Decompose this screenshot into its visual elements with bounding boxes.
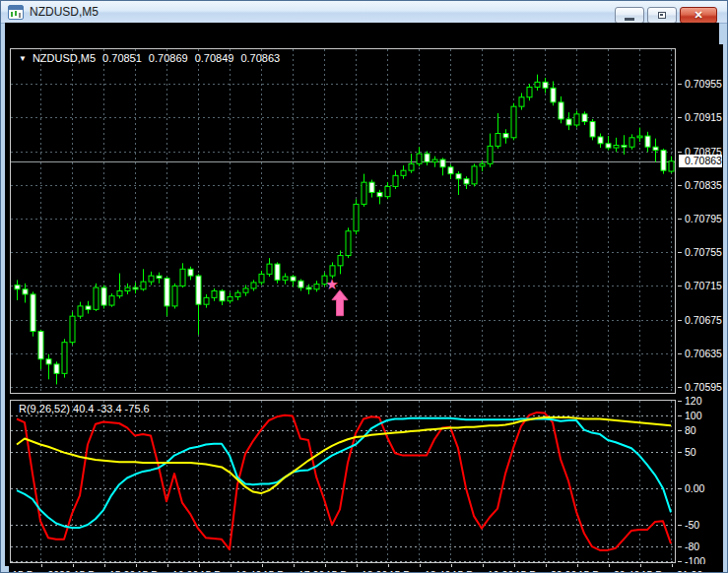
- candle-body: [165, 279, 169, 306]
- oscillator-axis-label: 120: [685, 395, 702, 407]
- time-axis-tick: [73, 564, 74, 567]
- candle-body: [109, 296, 114, 305]
- axis-tick: [678, 320, 682, 321]
- oscillator-line-medium: [17, 418, 671, 528]
- candle-body: [180, 269, 185, 286]
- time-axis-tick: [294, 564, 295, 567]
- time-axis-tick: [483, 564, 484, 567]
- time-axis-tick: [262, 564, 263, 567]
- time-axis-tick: [388, 564, 389, 567]
- restore-button[interactable]: [647, 7, 677, 24]
- candle-body: [629, 138, 634, 147]
- price-axis-label: 0.70675: [685, 314, 722, 326]
- candle-body: [141, 282, 146, 289]
- quote-high: 0.70869: [149, 52, 188, 64]
- price-axis-label: 0.70835: [685, 179, 722, 191]
- candle-body: [574, 114, 579, 125]
- candle-body: [267, 264, 272, 274]
- candle-body: [456, 174, 461, 179]
- candle-body: [212, 290, 217, 297]
- window-titlebar[interactable]: NZDUSD,M5 ✕: [1, 1, 727, 24]
- candle-body: [622, 146, 627, 148]
- window-controls: ✕: [612, 7, 717, 24]
- candle-body: [259, 274, 264, 283]
- candle-body: [653, 147, 658, 150]
- time-axis-tick: [136, 564, 137, 567]
- candle-body: [314, 285, 319, 289]
- chart-client-area: ★ ▼ NZDUSD,M5 0.70851 0.70869 0.70849 0.…: [5, 23, 719, 566]
- minimize-button[interactable]: [615, 7, 644, 24]
- candle-body: [669, 161, 674, 171]
- time-axis-tick: [104, 564, 105, 567]
- candle-body: [369, 182, 374, 192]
- candle-body: [125, 287, 130, 290]
- axis-tick: [678, 546, 682, 547]
- pane-separator[interactable]: [10, 395, 676, 399]
- candle-body: [62, 343, 67, 374]
- window-title: NZDUSD,M5: [30, 5, 99, 19]
- time-axis-tick: [577, 564, 578, 567]
- time-axis-tick: [609, 564, 610, 567]
- candle-body: [78, 306, 83, 316]
- candle-body: [661, 151, 666, 171]
- indicator-label: R(9,26,52) 40.4 -33.4 -75.6: [19, 403, 150, 414]
- axis-tick: [678, 353, 682, 354]
- candle-body: [543, 82, 548, 88]
- axis-tick: [678, 525, 682, 526]
- candle-body: [117, 290, 122, 295]
- oscillator-axis-label: 0.00: [685, 482, 704, 494]
- candle-body: [86, 306, 91, 309]
- time-axis-tick: [672, 564, 673, 567]
- close-button[interactable]: ✕: [680, 7, 717, 24]
- candle-body: [354, 204, 359, 230]
- symbol-dropdown-icon[interactable]: ▼: [19, 54, 27, 63]
- quote-open: 0.70851: [102, 52, 142, 64]
- candle-body: [614, 146, 619, 149]
- axis-tick: [678, 286, 682, 286]
- candle-body: [472, 166, 477, 184]
- price-axis-label: 0.70635: [685, 348, 722, 359]
- candle-body: [417, 154, 422, 163]
- price-axis-label: 0.70955: [685, 78, 722, 90]
- time-axis-tick: [640, 564, 641, 567]
- oscillator-axis-label: -50: [685, 519, 699, 531]
- candle-body: [31, 294, 35, 332]
- candle-body: [196, 276, 201, 304]
- candle-body: [235, 292, 240, 296]
- candle-body: [582, 114, 587, 122]
- signal-arrow-up-icon: [332, 290, 348, 316]
- time-axis[interactable]: 15 Dec 202015 Dec 15:2015 Dec 16:0015 De…: [9, 564, 723, 573]
- candle-body: [488, 146, 493, 163]
- axis-tick: [678, 117, 682, 118]
- candle-body: [464, 179, 469, 184]
- main-chart-pane[interactable]: ★: [10, 48, 676, 394]
- price-axis-label: 0.70915: [685, 111, 722, 123]
- time-axis-tick: [451, 564, 452, 567]
- candle-body: [338, 256, 343, 266]
- oscillator-line-fast: [17, 413, 671, 550]
- candle-body: [432, 159, 437, 162]
- indicator-pane[interactable]: [10, 400, 676, 563]
- quote-symbol: NZDUSD,M5: [33, 52, 96, 64]
- time-axis-tick: [199, 564, 200, 567]
- candle-body: [496, 134, 500, 147]
- candle-body: [46, 359, 51, 364]
- candle-body: [283, 277, 288, 280]
- price-axis[interactable]: 0.709550.709150.708750.708350.707950.707…: [678, 44, 723, 564]
- candle-body: [645, 136, 650, 147]
- candle-body: [519, 97, 524, 106]
- candle-body: [149, 276, 154, 282]
- axis-tick: [678, 219, 682, 220]
- axis-tick: [678, 387, 682, 388]
- candle-body: [204, 297, 209, 304]
- candle-body: [393, 175, 398, 186]
- time-axis-tick: [546, 564, 547, 567]
- candle-body: [606, 144, 611, 148]
- candle-body: [551, 88, 556, 102]
- axis-tick: [678, 430, 682, 431]
- oscillator-axis-label: 100: [685, 410, 702, 421]
- candle-body: [440, 159, 445, 167]
- candle-body: [275, 264, 280, 280]
- candle-body: [385, 186, 390, 196]
- chart-window: NZDUSD,M5 ✕ ★ ▼ NZDUSD,M5 0.70851 0.7086…: [0, 0, 728, 573]
